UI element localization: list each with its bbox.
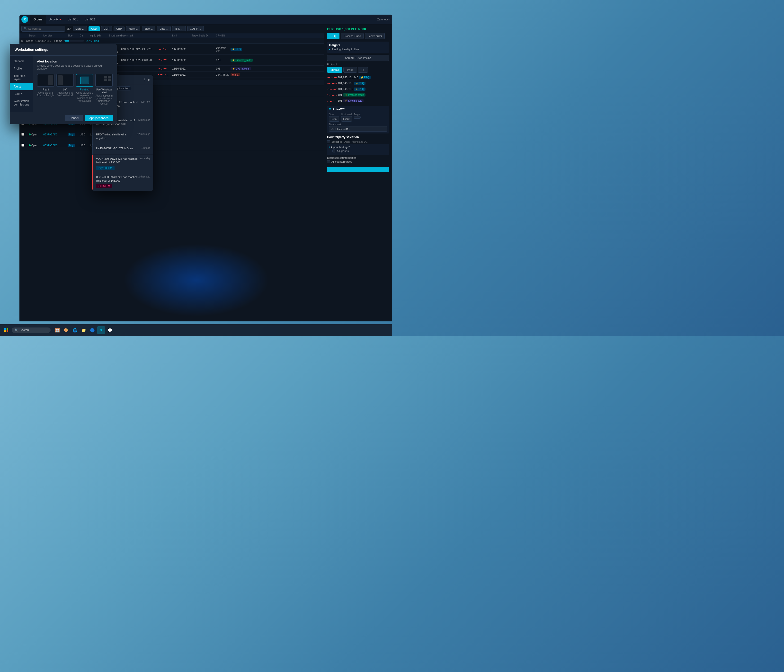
toolbar-size-btn[interactable]: Size ... [142, 26, 156, 31]
toolbar-date-btn[interactable]: Date ... [157, 26, 171, 31]
ws-nav-alerts[interactable]: Alerts [10, 83, 33, 90]
alert-time: 12 mins ago [137, 133, 150, 135]
toolbar-eur-btn[interactable]: EUR [101, 26, 112, 31]
search-box[interactable]: 🔍 [22, 26, 65, 32]
taskbar-icon-files[interactable]: 🎨 [62, 326, 70, 334]
alert-loc-right[interactable]: Right Alerts panel is fixed to the right [37, 74, 54, 105]
col-cur: Cur [80, 34, 90, 37]
tab-list002[interactable]: List 002 [81, 15, 98, 24]
ws-nav-profile[interactable]: Profile [10, 65, 33, 72]
select-all-checkbox[interactable] [327, 140, 330, 143]
process-trade-button[interactable]: Process Trade [341, 33, 364, 39]
select-all-label: Select all [331, 140, 342, 143]
alert-sell-button[interactable]: Sell 500 M [96, 184, 112, 188]
row-checkbox[interactable] [22, 133, 24, 136]
open-trading-box: X Open Trading™ All groups [327, 144, 389, 155]
price-button[interactable]: Price [343, 67, 357, 73]
autox-fields: Size 5,000 Limit level 1,000 Target [329, 113, 387, 121]
rfq-button[interactable]: RFQ [327, 33, 339, 39]
price-row: 101,945 101,946 ⚡ RFQ [327, 75, 389, 80]
row-checkbox[interactable] [22, 144, 24, 146]
protocol-label: Protocol [327, 63, 389, 66]
spread-1step-button[interactable]: Spread 1-Step Pricing [327, 55, 389, 61]
tab-list001[interactable]: List 001 [64, 15, 81, 24]
alert-buy-button-2[interactable]: Buy 1,000 M [96, 166, 115, 170]
windows-grid-preview [104, 76, 111, 81]
toolbar-gbp-btn[interactable]: GBP [114, 26, 124, 31]
limit-value[interactable]: 1,000 [341, 116, 352, 121]
title-bar: X Orders Activity List 001 List 002 Zero… [19, 15, 392, 24]
ws-footer: Cancel Apply changes [10, 112, 117, 124]
all-counterparties-checkbox[interactable] [327, 160, 330, 163]
alerts-more-icon[interactable]: ⋮ [143, 78, 146, 82]
taskbar-icon-app[interactable]: X [97, 326, 105, 334]
alert-time: 2 days ago [138, 175, 150, 178]
tab-activity[interactable]: Activity [46, 15, 64, 24]
toolbar-cusip-btn[interactable]: CUSIP ... [187, 26, 204, 31]
ws-nav-permissions[interactable]: Workstation permissions [10, 98, 33, 108]
alert-loc-left[interactable]: Left Alerts panel is fixed to the Left [56, 74, 74, 105]
ws-nav-general[interactable]: General [10, 58, 33, 65]
search-input[interactable] [28, 27, 63, 30]
alert-loc-windows[interactable]: Use Windows alert Alerts appear in your … [95, 74, 113, 105]
submit-button[interactable] [327, 167, 389, 172]
tab-orders[interactable]: Orders [30, 15, 46, 24]
alert-item: 1 hr ago ListID-140521M-51072 is Done [92, 144, 153, 154]
all-groups-checkbox[interactable] [333, 149, 335, 152]
status-indicator [29, 134, 31, 135]
spread-button[interactable]: Spread [327, 67, 342, 73]
taskbar-icon-browser[interactable]: 🌐 [71, 326, 79, 334]
price-badge: ⚡ RFQ [354, 82, 366, 85]
toolbar-usd-btn[interactable]: USD [89, 26, 100, 31]
side-badge: Buy [68, 133, 75, 136]
price-badge: ⚡ RFQ [354, 87, 366, 91]
pr-button[interactable]: Pr [358, 67, 368, 73]
ws-cancel-button[interactable]: Cancel [65, 115, 83, 121]
alert-loc-floating[interactable]: Floating Alerts panel is a separate wind… [76, 74, 93, 105]
ws-content: Alert location Choose where your alerts … [33, 56, 117, 112]
status-indicator [29, 145, 31, 146]
alerts-chevron-icon[interactable]: ▶ [148, 78, 150, 81]
start-button[interactable] [2, 326, 11, 334]
toolbar-isin-btn[interactable]: ISIN ... [172, 26, 186, 31]
select-all-row[interactable]: Select all Open Trading and Di... [327, 140, 389, 143]
buy-header: BUY USD 1,000 PFE 6.000 [327, 27, 389, 31]
price-badge: ⚡ RFQ [359, 76, 371, 79]
alert-loc-floating-preview [76, 74, 93, 87]
order-count-1: 4 items [53, 39, 62, 42]
alert-locations: Right Alerts panel is fixed to the right… [37, 74, 113, 105]
ws-nav-autox[interactable]: Auto-X [10, 90, 33, 98]
size-value[interactable]: 5,000 [329, 116, 339, 121]
toolbar-more2-btn[interactable]: More ... [126, 26, 140, 31]
insights-title: Insights [329, 44, 387, 47]
benchmark-value[interactable]: UST 1.75 Curr 5 [329, 126, 387, 132]
taskbar-search-box[interactable]: 🔍 Search [12, 328, 51, 333]
target-label: Target [354, 113, 361, 116]
all-counterparties-row[interactable]: All counterparties [327, 160, 389, 163]
leave-order-button[interactable]: Leave order [365, 33, 385, 39]
action-buttons-row: RFQ Process Trade Leave order [327, 33, 389, 39]
taskbar: 🔍 Search 🪟 🎨 🌐 📁 🔵 X 💬 [0, 324, 392, 336]
svg-rect-2 [5, 330, 6, 332]
ws-nav: General Profile Theme & layout Alerts Au… [10, 56, 33, 112]
taskbar-search-icon: 🔍 [15, 328, 18, 332]
taskbar-icon-store[interactable]: 🔵 [89, 326, 96, 334]
alert-loc-floating-name: Floating [80, 88, 89, 91]
alert-loc-left-name: Left [63, 88, 67, 91]
ws-nav-theme[interactable]: Theme & layout [10, 72, 33, 83]
col-benchmark: Benchmark [121, 34, 157, 37]
col-spark [157, 34, 172, 37]
all-groups-row[interactable]: All groups [328, 149, 387, 152]
ws-apply-button[interactable]: Apply changes [85, 115, 113, 121]
target-value[interactable] [354, 116, 361, 119]
col-status: Status [29, 34, 43, 37]
taskbar-icon-teams[interactable]: 💬 [106, 326, 114, 334]
alert-loc-right-name: Right [42, 88, 49, 91]
floating-panel-preview [80, 76, 89, 84]
taskbar-icon-widgets[interactable]: 🪟 [53, 326, 61, 334]
taskbar-icon-folder[interactable]: 📁 [80, 326, 87, 334]
taskbar-search-label: Search [20, 328, 29, 332]
left-panel-preview [58, 75, 63, 85]
toolbar-more-btn[interactable]: More ... [73, 26, 87, 31]
spread-price-row: Spread Price Pr [327, 67, 389, 73]
